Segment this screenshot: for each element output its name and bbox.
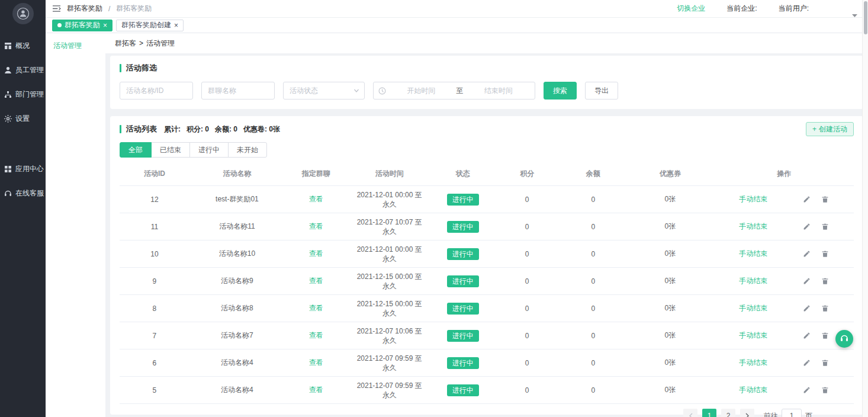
sidebar-item-department[interactable]: 部门管理 [0,82,46,107]
activity-name-input[interactable] [120,82,193,100]
manual-end-link[interactable]: 手动结束 [739,276,767,286]
cell-balance: 0 [560,213,626,240]
manual-end-link[interactable]: 手动结束 [739,303,767,313]
tab-in-progress[interactable]: 进行中 [189,142,229,158]
summary-points: 积分: 0 [187,124,209,134]
manual-end-link[interactable]: 手动结束 [739,385,767,395]
delete-icon[interactable] [821,277,829,285]
cell-activity-id: 7 [120,322,189,349]
date-range-picker[interactable]: 开始时间 至 结束时间 [373,82,535,100]
delete-icon[interactable] [821,386,829,394]
search-button[interactable]: 搜索 [544,82,577,100]
edit-icon[interactable] [803,195,811,203]
edit-icon[interactable] [803,304,811,312]
view-group-link[interactable]: 查看 [309,222,323,230]
delete-icon[interactable] [821,359,829,367]
delete-icon[interactable] [821,332,829,339]
view-group-link[interactable]: 查看 [309,386,323,394]
tab-ended[interactable]: 已结束 [151,142,190,158]
group-name-input[interactable] [201,82,275,100]
row-operations: 手动结束 [714,385,854,395]
subsidebar-item-activity[interactable]: 活动管理 [46,38,105,53]
prev-page-button[interactable] [683,409,697,417]
cell-activity-id: 10 [120,240,189,268]
manual-end-link[interactable]: 手动结束 [739,358,767,368]
cell-points: 0 [494,295,560,322]
scrollbar-thumb[interactable] [864,1,867,34]
export-button[interactable]: 导出 [585,82,618,100]
clock-icon [378,87,386,95]
view-group-link[interactable]: 查看 [309,304,323,312]
status-badge: 进行中 [447,357,479,369]
start-time-placeholder[interactable]: 开始时间 [390,86,453,96]
cell-activity-name: 活动名称7 [189,322,285,349]
user-dropdown-caret-icon[interactable] [852,11,857,20]
col-activity-name: 活动名称 [189,162,285,186]
window-tab-reward[interactable]: 群拓客奖励 × [52,20,112,31]
breadcrumb-separator: / [108,5,110,13]
next-page-button[interactable] [740,409,754,417]
status-badge: 进行中 [447,303,479,315]
sidebar-item-staff[interactable]: 员工管理 [0,58,46,82]
app-logo [12,3,34,24]
tab-not-started[interactable]: 未开始 [228,142,267,158]
tab-close-icon[interactable]: × [103,22,107,29]
topbar-right: 切换企业 当前企业: 当前用户: [677,4,854,14]
sidebar-item-app-center[interactable]: 应用中心 [0,157,46,181]
edit-icon[interactable] [803,277,811,285]
switch-company-link[interactable]: 切换企业 [677,4,705,14]
view-group-link[interactable]: 查看 [309,249,323,258]
goto-page-input[interactable] [782,409,802,417]
sidebar-item-settings[interactable]: 设置 [0,107,46,131]
sidebar-group-gap [0,131,46,157]
delete-icon[interactable] [821,250,829,258]
list-header: 活动列表 累计: 积分: 0 余额: 0 优惠卷: 0张 + 创建活动 [120,122,854,136]
edit-icon[interactable] [803,359,811,367]
active-tab-dot-icon [57,23,62,27]
cell-activity-id: 12 [120,186,189,213]
tab-all[interactable]: 全部 [120,142,152,158]
edit-icon[interactable] [803,250,811,258]
window-tab-reward-create[interactable]: 群拓客奖励创建 × [116,20,184,31]
cell-balance: 0 [560,322,626,349]
cell-coupons: 0张 [626,322,715,349]
delete-icon[interactable] [821,195,829,203]
list-section-title: 活动列表 [120,124,157,134]
filter-title-text: 活动筛选 [126,63,157,73]
col-coupons: 优惠券 [626,162,715,186]
edit-icon[interactable] [803,386,811,394]
create-activity-button[interactable]: + 创建活动 [806,122,854,136]
breadcrumb-section[interactable]: 群拓客奖励 [67,4,102,14]
cell-activity-time: 2021-12-07 10:06 至 永久 [347,322,432,349]
row-operations: 手动结束 [714,303,854,313]
status-badge: 进行中 [447,330,479,342]
customer-service-button[interactable] [835,330,853,348]
manual-end-link[interactable]: 手动结束 [739,331,767,341]
activity-time-line1: 2021-12-07 10:06 至 [347,326,432,336]
collapse-menu-icon[interactable] [52,5,61,12]
manual-end-link[interactable]: 手动结束 [739,194,767,204]
view-group-link[interactable]: 查看 [309,195,323,203]
cell-balance: 0 [560,377,626,404]
activity-status-select[interactable]: 活动状态 [283,82,365,100]
sidebar-item-overview[interactable]: 概况 [0,34,46,58]
view-group-link[interactable]: 查看 [309,331,323,339]
activity-list-card: 活动列表 累计: 积分: 0 余额: 0 优惠卷: 0张 + 创建活动 [110,116,863,415]
col-activity-time: 活动时间 [347,162,432,186]
delete-icon[interactable] [821,223,829,230]
edit-icon[interactable] [803,223,811,230]
sidebar-item-online-service[interactable]: 在线客服 [0,181,46,206]
view-group-link[interactable]: 查看 [309,277,323,285]
page-button-2[interactable]: 2 [721,409,735,417]
manual-end-link[interactable]: 手动结束 [739,249,767,259]
end-time-placeholder[interactable]: 结束时间 [467,86,531,96]
page-button-1[interactable]: 1 [702,409,716,417]
tab-close-icon[interactable]: × [174,22,178,29]
current-user-label: 当前用户: [779,4,809,14]
secondary-sidebar: 活动管理 [46,33,105,417]
manual-end-link[interactable]: 手动结束 [739,222,767,232]
view-group-link[interactable]: 查看 [309,358,323,367]
edit-icon[interactable] [803,332,811,339]
delete-icon[interactable] [821,304,829,312]
row-operations: 手动结束 [714,222,854,232]
